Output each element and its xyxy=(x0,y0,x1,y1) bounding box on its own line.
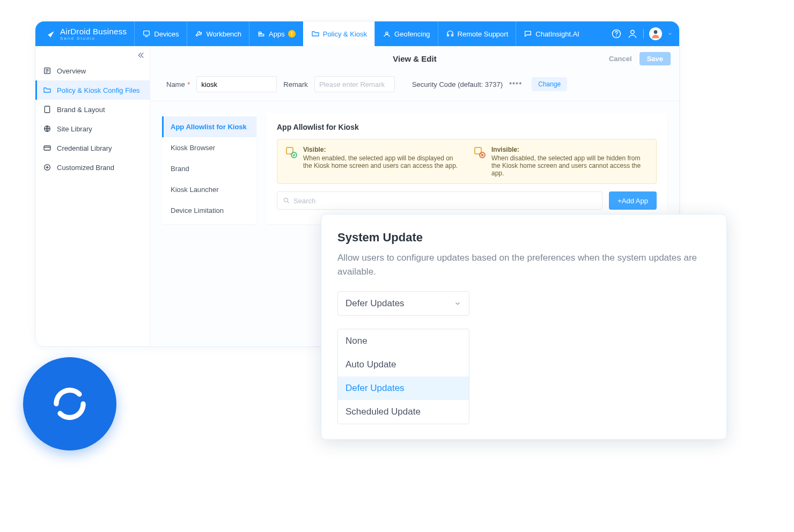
settings-panel: App Allowlist for Kiosk Visible: When en… xyxy=(266,113,667,224)
update-mode-select[interactable]: Defer Updates xyxy=(337,291,469,316)
sidebar-item-label: Customized Brand xyxy=(57,164,114,172)
nav-devices[interactable]: Devices xyxy=(134,21,186,46)
wrench-icon xyxy=(195,29,203,38)
sidebar-item-label: Policy & Kiosk Config Files xyxy=(57,86,140,94)
remark-label: Remark xyxy=(283,80,308,88)
option-defer-updates[interactable]: Defer Updates xyxy=(338,376,469,400)
sidebar-item-brand-layout[interactable]: Brand & Layout xyxy=(35,100,150,119)
sidebar-item-label: Site Library xyxy=(57,125,92,133)
nav-right xyxy=(605,27,679,40)
nav-apps[interactable]: Apps ! xyxy=(249,21,303,46)
nav-remote-support-label: Remote Support xyxy=(458,30,509,38)
sidebar-item-site-library[interactable]: Site Library xyxy=(35,119,150,138)
sidebar-item-label: Brand & Layout xyxy=(57,106,105,114)
svg-point-4 xyxy=(654,30,658,34)
remark-input[interactable] xyxy=(314,76,395,92)
system-update-modal: System Update Allow users to configure u… xyxy=(321,214,727,440)
svg-point-1 xyxy=(386,32,388,34)
help-icon[interactable] xyxy=(611,28,622,39)
sidebar-item-overview[interactable]: Overview xyxy=(35,61,150,80)
settings-tab-allowlist[interactable]: App Allowlist for Kiosk xyxy=(162,116,256,137)
nav-geofencing-label: Geofencing xyxy=(394,30,430,38)
headset-icon xyxy=(446,29,454,38)
search-icon xyxy=(283,197,290,204)
collapse-sidebar-icon[interactable] xyxy=(136,50,145,60)
add-app-button[interactable]: +Add App xyxy=(609,191,657,210)
nav-policy-kiosk[interactable]: Policy & Kiosk xyxy=(303,21,374,46)
nav-chatinsight[interactable]: ChatInsight.AI xyxy=(516,21,587,46)
page-title: View & Edit xyxy=(393,54,436,63)
support-icon[interactable] xyxy=(627,28,638,39)
visible-title: Visible: xyxy=(303,146,460,153)
svg-point-14 xyxy=(284,198,288,202)
sidebar: Overview Policy & Kiosk Config Files Bra… xyxy=(35,46,150,346)
modal-title: System Update xyxy=(337,231,710,245)
visible-icon xyxy=(285,146,298,159)
change-button[interactable]: Change xyxy=(532,77,567,91)
chat-icon xyxy=(524,29,532,38)
folder-icon xyxy=(311,29,320,38)
svg-point-3 xyxy=(631,30,635,34)
option-auto-update[interactable]: Auto Update xyxy=(338,353,469,376)
chevron-down-icon[interactable] xyxy=(667,31,673,36)
settings-tab-device-limitation[interactable]: Device Limitation xyxy=(162,200,256,221)
name-label: Name * xyxy=(166,80,190,88)
settings-tab-brand[interactable]: Brand xyxy=(162,158,256,179)
modal-description: Allow users to configure updates based o… xyxy=(337,251,710,279)
settings-nav: App Allowlist for Kiosk Kiosk Browser Br… xyxy=(162,113,256,224)
geofence-icon xyxy=(383,29,391,38)
brand-logo: AirDroid Business Sand Studio xyxy=(35,21,134,46)
option-scheduled-update[interactable]: Scheduled Update xyxy=(338,400,469,424)
form-row: Name * Remark Security Code (default: 37… xyxy=(150,71,679,101)
brand-layout-icon xyxy=(43,105,52,114)
apps-icon xyxy=(257,29,266,38)
overview-icon xyxy=(43,66,52,75)
info-banner: Visible: When enabled, the selected app … xyxy=(277,139,657,184)
nav-geofencing[interactable]: Geofencing xyxy=(374,21,438,46)
brand-name: AirDroid Business xyxy=(60,27,127,35)
globe-icon xyxy=(43,124,52,133)
select-value: Defer Updates xyxy=(345,298,405,309)
settings-tab-kiosk-browser[interactable]: Kiosk Browser xyxy=(162,137,256,158)
credentials-icon xyxy=(43,144,52,152)
sidebar-item-config-files[interactable]: Policy & Kiosk Config Files xyxy=(35,80,150,100)
alert-badge-icon: ! xyxy=(288,30,296,38)
page-header: View & Edit Cancel Save xyxy=(150,46,679,71)
sidebar-item-credential-library[interactable]: Credential Library xyxy=(35,138,150,158)
search-placeholder: Search xyxy=(293,197,315,205)
option-none[interactable]: None xyxy=(338,329,469,353)
top-nav-items: Devices Workbench Apps ! Policy & Kiosk … xyxy=(134,21,587,46)
invisible-desc: When disabled, the selected app will be … xyxy=(491,154,649,177)
security-code-label: Security Code (default: 3737) xyxy=(412,80,503,88)
invisible-title: Invisible: xyxy=(491,146,649,153)
brand-subtitle: Sand Studio xyxy=(60,36,127,41)
sidebar-item-customized-brand[interactable]: Customized Brand xyxy=(35,158,150,177)
security-code-value: **** xyxy=(509,80,522,88)
allowlist-title: App Allowlist for Kiosk xyxy=(277,123,657,131)
nav-policy-kiosk-label: Policy & Kiosk xyxy=(323,30,367,38)
avatar[interactable] xyxy=(649,27,662,40)
svg-rect-6 xyxy=(45,106,49,113)
invisible-icon xyxy=(473,146,486,159)
update-mode-dropdown: None Auto Update Defer Updates Scheduled… xyxy=(337,329,469,424)
settings-tab-kiosk-launcher[interactable]: Kiosk Launcher xyxy=(162,179,256,200)
sidebar-item-label: Overview xyxy=(57,67,86,75)
separator xyxy=(643,29,644,39)
name-input[interactable] xyxy=(196,76,277,92)
add-app-label: +Add App xyxy=(617,197,648,205)
cancel-button[interactable]: Cancel xyxy=(609,55,632,63)
save-button[interactable]: Save xyxy=(639,52,671,65)
config-files-icon xyxy=(43,86,52,94)
nav-remote-support[interactable]: Remote Support xyxy=(438,21,516,46)
visible-desc: When enabled, the selected app will be d… xyxy=(303,154,460,169)
chevron-down-icon xyxy=(454,300,461,307)
nav-chatinsight-label: ChatInsight.AI xyxy=(535,30,579,38)
customized-brand-icon xyxy=(43,163,52,172)
nav-workbench[interactable]: Workbench xyxy=(187,21,249,46)
svg-rect-0 xyxy=(144,31,150,35)
svg-rect-8 xyxy=(44,146,50,150)
top-nav: AirDroid Business Sand Studio Devices Wo… xyxy=(35,21,679,46)
nav-devices-label: Devices xyxy=(154,30,179,38)
avatar-icon xyxy=(650,28,661,39)
search-input[interactable]: Search xyxy=(277,191,602,210)
